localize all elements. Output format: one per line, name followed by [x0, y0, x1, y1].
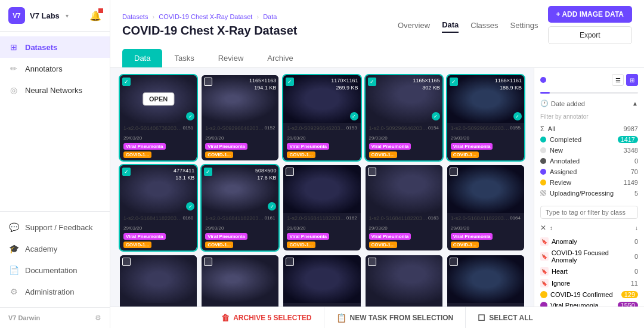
list-view-btn[interactable]: ☰ [612, 74, 624, 86]
sidebar-item-neural-networks[interactable]: ◎ Neural Networks [0, 79, 110, 101]
sidebar-bottom: 💬 Support / Feedback 🎓 Academy 📄 Documen… [0, 211, 110, 307]
card-tags: Viral Pneumonia COVID-1... [451, 143, 521, 158]
heart-icon: 🔖 [540, 267, 549, 276]
nav-classes[interactable]: Classes [470, 18, 498, 32]
class-anomaly[interactable]: 🔖 Anomaly 0 [540, 236, 638, 247]
filter-all-count: 9987 [624, 125, 638, 132]
card-checkbox[interactable] [450, 78, 458, 86]
sidebar-item-academy[interactable]: 🎓 Academy [0, 238, 110, 259]
card-image [120, 255, 197, 303]
card-checkbox[interactable] [122, 258, 131, 266]
card-image [447, 255, 524, 303]
image-card[interactable]: 1165×1163194.1 KB 1-s2.0-S092966462030..… [202, 75, 278, 160]
filter-completed[interactable]: Completed 1417 [540, 134, 638, 145]
card-checkbox[interactable] [122, 168, 131, 176]
tag-filter-input[interactable] [540, 206, 638, 219]
sidebar-item-support[interactable]: 💬 Support / Feedback [0, 216, 110, 238]
new-task-button[interactable]: 📋 NEW TASK FROM SELECTION [324, 307, 466, 328]
card-checkbox[interactable] [286, 168, 294, 176]
card-checkbox[interactable] [286, 78, 294, 86]
class-ignore[interactable]: 🔖 Ignore 11 [540, 277, 638, 289]
filter-assigned[interactable]: Assigned 70 [540, 166, 638, 177]
ignore-icon: 🔖 [540, 279, 549, 287]
image-card[interactable]: OPEN 1-s2.0-S014067362030... 0151 29/03/… [120, 75, 197, 160]
filter-all[interactable]: Σ All 9987 [540, 123, 638, 134]
export-button[interactable]: Export [548, 26, 632, 44]
card-seq: 0163 [428, 215, 439, 221]
tag-sort-icon[interactable]: ↓ [635, 225, 638, 231]
card-checkbox[interactable] [368, 258, 376, 266]
image-card[interactable]: 1-s2.0-S168411822030... 0163 29/03/20 Vi… [366, 165, 442, 250]
tab-data[interactable]: Data [122, 49, 162, 67]
nav-settings[interactable]: Settings [510, 18, 538, 32]
class-covid-confirmed[interactable]: COVID-19 Confirmed 129 [540, 289, 638, 300]
card-checkbox[interactable] [368, 78, 376, 86]
grid-view-btn[interactable]: ⊞ [626, 74, 638, 86]
card-checkbox[interactable] [286, 258, 294, 266]
card-tags: Viral Pneumonia COVID-1... [451, 233, 521, 248]
tag-clear-icon[interactable]: ✕ [540, 224, 546, 232]
class-covid-focused[interactable]: 🔖 COVID-19 Focused Anomaly 0 [540, 247, 638, 265]
tag-viral-pneumonia: Viral Pneumonia [205, 233, 247, 240]
filter-completed-count: 1417 [618, 136, 638, 143]
image-card[interactable]: 1-s2.0-S168411822030... 0162 29/03/20 Vi… [283, 165, 360, 250]
class-heart[interactable]: 🔖 Heart 0 [540, 265, 638, 277]
breadcrumb-datasets[interactable]: Datasets [122, 13, 148, 20]
notification-icon[interactable]: 🔔 [89, 10, 101, 21]
card-date: 29/03/20 [123, 135, 142, 141]
annotator-filter-section: Filter by annotator Σ All 9987 Completed… [540, 113, 638, 199]
image-card[interactable]: 1166×1161186.9 KB 1-s2.0-S092966462030..… [447, 75, 524, 160]
card-name: 1-s2.0-S092966462030... 0153 [287, 125, 357, 131]
filter-annotated[interactable]: Annotated 0 [540, 156, 638, 166]
image-grid-container[interactable]: OPEN 1-s2.0-S014067362030... 0151 29/03/… [110, 68, 534, 328]
sidebar-item-annotators[interactable]: ✏ Annotators [0, 58, 110, 79]
card-image: OPEN [120, 75, 197, 123]
tag-filter-arrow: ↕ [550, 225, 553, 231]
tag-covid: COVID-1... [205, 151, 233, 158]
archive-selected-button[interactable]: 🗑 ARCHIVE 5 SELECTED [209, 307, 324, 328]
date-filter[interactable]: 🕐 Date added ▲ [540, 100, 638, 107]
select-all-label: SELECT ALL [489, 314, 533, 322]
card-checkbox[interactable] [368, 168, 376, 176]
card-info: 1-s2.0-S168411822030... 0164 29/03/20 Vi… [447, 213, 524, 250]
annotated-dot [540, 158, 546, 164]
darwin-gear-icon[interactable]: ⚙ [95, 314, 101, 322]
add-image-button[interactable]: + ADD IMAGE DATA [548, 6, 632, 23]
image-card[interactable]: 477×41113.1 KB 1-s2.0-S168411822030... 0… [120, 165, 197, 250]
main-area: Datasets › COVID-19 Chest X-Ray Dataset … [110, 0, 644, 328]
sort-up-icon: ▲ [632, 100, 638, 107]
image-card[interactable]: 1-s2.0-S168411822030... 0164 29/03/20 Vi… [447, 165, 524, 250]
card-seq: 0153 [346, 125, 357, 131]
nav-data[interactable]: Data [442, 18, 459, 33]
tab-tasks[interactable]: Tasks [162, 49, 206, 67]
card-checkbox[interactable] [450, 258, 458, 266]
card-checkbox[interactable] [450, 168, 458, 176]
breadcrumb-dataset[interactable]: COVID-19 Chest X-Ray Dataset [159, 13, 252, 20]
card-tags: Viral Pneumonia COVID-1... [369, 233, 439, 248]
tag-viral-pneumonia: Viral Pneumonia [451, 143, 493, 150]
slider-track[interactable] [540, 92, 638, 94]
card-checkbox[interactable] [204, 78, 212, 86]
image-card[interactable]: 1165×1165302 KB 1-s2.0-S092966462030... … [366, 75, 442, 160]
tab-review[interactable]: Review [206, 49, 256, 67]
filter-uploading[interactable]: Uploading/Processing 5 [540, 188, 638, 199]
sidebar-item-administration[interactable]: ⚙ Administration [0, 281, 110, 302]
administration-icon: ⚙ [8, 286, 19, 297]
sidebar-item-documentation[interactable]: 📄 Documentation [0, 259, 110, 281]
image-card[interactable]: 1170×1161269.9 KB 1-s2.0-S092966462030..… [283, 75, 360, 160]
filter-review-count: 1149 [624, 179, 638, 186]
image-card[interactable]: 508×50017.6 KB 1-s2.0-S168411822030... 0… [202, 165, 278, 250]
card-checkbox[interactable] [204, 168, 212, 176]
select-all-button[interactable]: ☐ SELECT ALL [466, 307, 545, 328]
sidebar-academy-label: Academy [25, 245, 57, 253]
card-checkbox[interactable] [204, 258, 212, 266]
card-checkbox[interactable] [122, 78, 131, 86]
open-button[interactable]: OPEN [143, 92, 174, 106]
nav-overview[interactable]: Overview [398, 18, 430, 32]
filter-new[interactable]: New 3348 [540, 145, 638, 156]
bottom-bar: 🗑 ARCHIVE 5 SELECTED 📋 NEW TASK FROM SEL… [110, 307, 644, 328]
status-dot [268, 202, 276, 211]
tab-archive[interactable]: Archive [255, 49, 305, 67]
filter-review[interactable]: Review 1149 [540, 177, 638, 188]
sidebar-item-datasets[interactable]: ⊞ Datasets [0, 36, 110, 58]
